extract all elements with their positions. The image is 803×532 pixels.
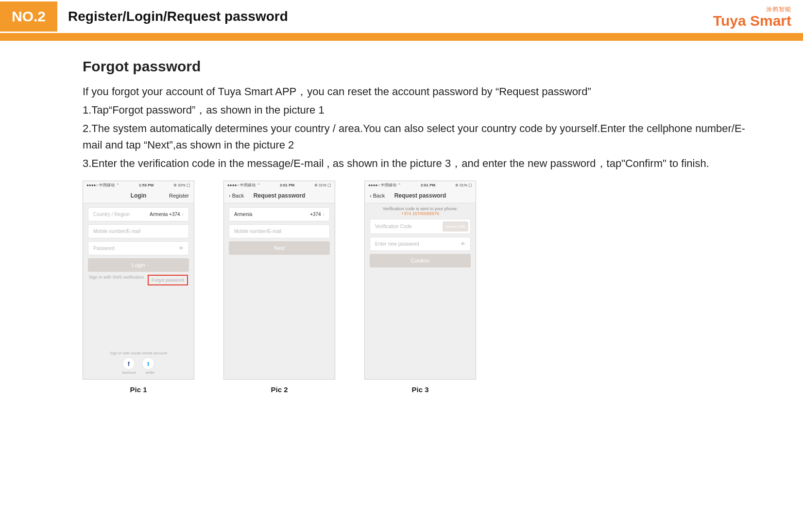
nav-title: Request password <box>254 192 306 199</box>
status-carrier: ●●●●○ 中国移动 ⌃ <box>227 183 260 188</box>
country-name: Armenia <box>234 212 252 217</box>
form-body: Verification Code resend (59) Enter new … <box>365 217 476 272</box>
section-heading: Forgot password <box>83 58 764 75</box>
twitter-icon[interactable]: t <box>142 357 154 370</box>
caption-3: Pic 3 <box>411 385 428 394</box>
facebook-icon[interactable]: f <box>122 357 135 370</box>
screenshot-1-column: ●●●●○ 中国移动 ⌃ 1:53 PM ⊕ 32% ▢ Login Regis… <box>83 181 194 394</box>
mobile-email-input[interactable]: Mobile number/E-mail <box>229 224 330 238</box>
password-placeholder: Password <box>93 246 115 251</box>
eye-off-icon[interactable]: 👁 <box>179 246 184 251</box>
status-battery: ⊕ 32% ▢ <box>173 183 190 187</box>
country-selector[interactable]: Armenia +374› <box>229 207 330 221</box>
chevron-right-icon: › <box>182 212 184 217</box>
status-time: 1:53 PM <box>139 183 154 187</box>
screenshot-2-column: ●●●●○ 中国移动 ⌃ 2:01 PM ⊕ 31% ▢ ‹ Back Requ… <box>223 181 335 394</box>
mobile-placeholder: Mobile number/E-mail <box>93 229 140 234</box>
sms-login-link[interactable]: Sign in with SMS verification <box>89 275 144 285</box>
form-body: Armenia +374› Mobile number/E-mail Next <box>224 203 335 260</box>
nav-bar: Login Register <box>83 189 194 203</box>
brand-logo-en: Tuya Smart <box>713 14 791 28</box>
caption-1: Pic 1 <box>130 385 147 394</box>
step-1: 1.Tap“Forgot password”，as shown in the p… <box>83 102 764 118</box>
status-battery: ⊕ 31% ▢ <box>314 183 331 187</box>
eye-icon[interactable]: 👁 <box>461 241 465 247</box>
status-carrier: ●●●●○ 中国移动 ⌃ <box>86 183 120 188</box>
nav-bar: ‹ Back Request password <box>365 189 476 203</box>
page-header: NO.2 Register/Login/Request password 涂鸦智… <box>0 0 803 33</box>
country-label: Country / Region <box>93 212 130 217</box>
nav-title: Login <box>131 192 147 199</box>
facebook-label: facebook <box>122 371 136 374</box>
status-time: 2:01 PM <box>280 183 294 187</box>
status-battery: ⊕ 31% ▢ <box>455 183 472 187</box>
verification-hint: Verification code is sent to your phone:… <box>365 203 476 217</box>
resend-button[interactable]: resend (59) <box>443 221 468 232</box>
screenshot-3-column: ●●●●○ 中国移动 ⌃ 2:01 PM ⊕ 31% ▢ ‹ Back Requ… <box>364 181 476 394</box>
country-value: Armenia +374 <box>150 212 180 217</box>
status-bar: ●●●●○ 中国移动 ⌃ 2:01 PM ⊕ 31% ▢ <box>365 181 476 189</box>
status-carrier: ●●●●○ 中国移动 ⌃ <box>368 183 401 188</box>
next-button[interactable]: Next <box>229 241 330 255</box>
login-button[interactable]: Login <box>88 258 189 272</box>
hint-phone-number: +374 15700085876 <box>365 211 476 216</box>
section-number-badge: NO.2 <box>0 1 57 32</box>
back-button[interactable]: ‹ Back <box>229 193 252 199</box>
status-bar: ●●●●○ 中国移动 ⌃ 1:53 PM ⊕ 32% ▢ <box>83 181 194 189</box>
screenshot-1: ●●●●○ 中国移动 ⌃ 1:53 PM ⊕ 32% ▢ Login Regis… <box>83 181 194 380</box>
status-bar: ●●●●○ 中国移动 ⌃ 2:01 PM ⊕ 31% ▢ <box>224 181 335 189</box>
country-code: +374 <box>310 212 321 217</box>
mobile-email-input[interactable]: Mobile number/E-mail <box>88 224 189 238</box>
password-input[interactable]: Password 👁 <box>88 241 189 255</box>
nav-title: Request password <box>394 192 446 199</box>
verification-code-input[interactable]: Verification Code resend (59) <box>370 219 471 234</box>
newpw-placeholder: Enter new password <box>375 241 419 247</box>
page-title: Register/Login/Request password <box>68 9 288 24</box>
register-link[interactable]: Register <box>166 193 189 199</box>
intro-paragraph: If you forgot your account of Tuya Smart… <box>83 83 764 100</box>
twitter-label: twitter <box>146 371 155 374</box>
caption-2: Pic 2 <box>271 385 288 394</box>
nav-bar: ‹ Back Request password <box>224 189 335 203</box>
status-time: 2:01 PM <box>421 183 435 187</box>
new-password-input[interactable]: Enter new password 👁 <box>370 237 471 251</box>
step-2: 2.The system automatically determines yo… <box>83 120 764 153</box>
screenshot-3: ●●●●○ 中国移动 ⌃ 2:01 PM ⊕ 31% ▢ ‹ Back Requ… <box>364 181 476 380</box>
mobile-placeholder: Mobile number/E-mail <box>234 229 281 234</box>
header-accent-bar <box>0 33 803 41</box>
step-3: 3.Enter the verification code in the mes… <box>83 155 764 172</box>
content-area: Forgot password If you forgot your accou… <box>0 41 803 394</box>
brand-logo: 涂鸦智能 Tuya Smart <box>713 5 791 28</box>
code-placeholder: Verification Code <box>375 224 412 229</box>
confirm-button[interactable]: Confirm <box>370 254 471 267</box>
forgot-password-link[interactable]: Forgot password <box>148 275 188 285</box>
back-button[interactable]: ‹ Back <box>370 193 393 199</box>
aux-links: Sign in with SMS verification Forgot pas… <box>88 272 189 285</box>
screenshot-2: ●●●●○ 中国移动 ⌃ 2:01 PM ⊕ 31% ▢ ‹ Back Requ… <box>223 181 335 380</box>
hint-text: Verification code is sent to your phone: <box>365 206 476 211</box>
form-body: Country / Region Armenia +374› Mobile nu… <box>83 203 194 290</box>
chevron-right-icon: › <box>323 212 325 217</box>
social-login-title: Sign in with social media account <box>83 351 194 355</box>
country-selector[interactable]: Country / Region Armenia +374› <box>88 207 189 221</box>
social-login-block: Sign in with social media account f t fa… <box>83 351 194 374</box>
brand-logo-cn: 涂鸦智能 <box>713 5 791 14</box>
screenshots-row: ●●●●○ 中国移动 ⌃ 1:53 PM ⊕ 32% ▢ Login Regis… <box>83 181 764 394</box>
